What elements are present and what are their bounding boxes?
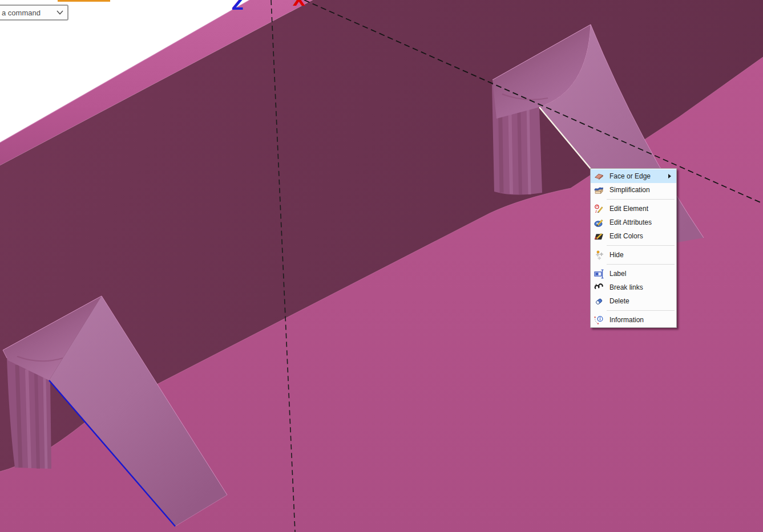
menu-item-label: Information xyxy=(609,316,644,324)
break-links-icon xyxy=(594,283,604,293)
menu-item-label: Simplification xyxy=(609,186,650,194)
menu-item-break-links[interactable]: Break links xyxy=(591,281,676,294)
menu-separator xyxy=(607,245,675,246)
menu-separator xyxy=(607,199,675,200)
application-window: Z X a command Face or Edge xyxy=(0,0,763,532)
menu-item-label: Edit Colors xyxy=(609,232,643,240)
menu-item-label: Face or Edge xyxy=(609,172,651,180)
hide-icon xyxy=(594,250,604,260)
information-icon xyxy=(594,315,604,325)
menu-item-face-or-edge[interactable]: Face or Edge xyxy=(591,169,676,183)
menu-separator xyxy=(607,264,675,265)
flute-shade xyxy=(519,100,520,194)
simplification-icon xyxy=(594,185,604,195)
menu-item-edit-attributes[interactable]: Edit Attributes xyxy=(591,216,676,229)
menu-item-label-tool[interactable]: Label xyxy=(591,267,676,281)
face-or-edge-icon xyxy=(594,172,604,181)
context-menu: Face or Edge Simplification xyxy=(590,168,677,328)
edit-colors-icon xyxy=(594,232,604,241)
submenu-arrow-icon xyxy=(668,174,671,178)
menu-item-label: Break links xyxy=(609,283,643,291)
menu-item-hide[interactable]: Hide xyxy=(591,248,676,262)
menu-item-simplification[interactable]: Simplification xyxy=(591,183,676,197)
command-input[interactable]: a command xyxy=(0,9,56,17)
menu-item-information[interactable]: Information xyxy=(591,313,676,327)
toolbar-accent-bar xyxy=(58,0,110,2)
edit-attributes-icon xyxy=(594,218,604,228)
flute-light xyxy=(528,104,530,194)
menu-item-edit-colors[interactable]: Edit Colors xyxy=(591,229,676,243)
menu-item-label: Delete xyxy=(609,297,629,305)
label-icon xyxy=(594,269,604,279)
command-combobox[interactable]: a command xyxy=(0,5,68,21)
delete-icon xyxy=(594,297,604,306)
menu-item-label: Edit Attributes xyxy=(609,218,652,226)
axis-label-z: Z xyxy=(231,0,243,14)
edit-element-icon xyxy=(594,204,604,214)
menu-separator xyxy=(607,310,675,311)
menu-item-label: Edit Element xyxy=(609,205,648,213)
menu-item-label: Hide xyxy=(609,251,624,259)
menu-item-edit-element[interactable]: Edit Element xyxy=(591,202,676,216)
menu-item-delete[interactable]: Delete xyxy=(591,294,676,308)
chevron-down-icon[interactable] xyxy=(56,10,63,15)
flute-shade xyxy=(36,373,38,469)
menu-item-label: Label xyxy=(609,270,626,278)
flute-light xyxy=(45,377,46,469)
axis-label-x: X xyxy=(293,0,305,10)
